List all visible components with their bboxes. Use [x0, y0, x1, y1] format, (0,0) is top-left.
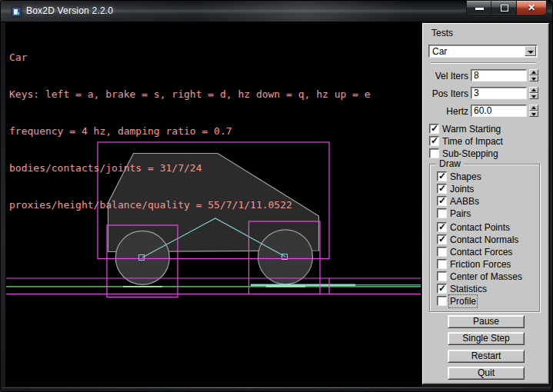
tests-dropdown-value: Car	[432, 46, 447, 57]
arrow-down-icon	[531, 113, 536, 116]
checkbox-box[interactable]	[437, 171, 447, 181]
chevron-down-icon	[528, 51, 534, 54]
vel-iters-up-button[interactable]	[529, 69, 538, 75]
checkbox-label: Contact Forces	[450, 247, 512, 257]
checkbox-label: Time of Impact	[442, 136, 503, 147]
pos-iters-label: Pos Iters	[423, 88, 468, 99]
control-panel: Tests Car Vel Iters Pos Iters Hertz	[422, 23, 549, 384]
hertz-down-button[interactable]	[529, 111, 538, 117]
window-bottom-edge	[2, 387, 551, 388]
checkbox-box[interactable]	[437, 296, 447, 306]
hertz-input[interactable]	[471, 105, 527, 117]
hertz-row: Hertz	[423, 105, 550, 117]
checkbox-box[interactable]	[429, 124, 439, 134]
overlay-line-keys: Keys: left = a, brake = s, right = d, hz…	[9, 88, 371, 101]
checkbox-box[interactable]	[437, 222, 447, 232]
overlay-line-bodies: bodies/contacts/joints = 31/7/24	[9, 162, 371, 174]
close-button[interactable]: ✕	[517, 1, 547, 15]
checkbox-label: Pairs	[450, 208, 471, 219]
checkbox-box[interactable]	[437, 234, 447, 244]
checkbox-label: Contact Points	[450, 222, 510, 233]
vel-iters-row: Vel Iters	[423, 69, 550, 81]
hertz-up-button[interactable]	[529, 105, 538, 111]
overlay-line-frequency: frequency = 4 hz, damping ratio = 0.7	[9, 125, 371, 138]
checkbox-label: AABBs	[450, 196, 479, 207]
window-title: Box2D Version 2.2.0	[26, 5, 113, 16]
vel-iters-input[interactable]	[471, 69, 527, 81]
separator	[431, 62, 536, 64]
checkbox-label: Joints	[450, 184, 474, 194]
arrow-down-icon	[531, 95, 536, 98]
pos-iters-row: Pos Iters	[423, 87, 550, 99]
overlay-line-proxies: proxies/height/balance/quality = 55/7/1/…	[9, 199, 371, 211]
minimize-button[interactable]	[466, 1, 491, 15]
close-icon: ✕	[517, 2, 546, 13]
pos-iters-down-button[interactable]	[529, 93, 538, 99]
pos-iters-input[interactable]	[471, 87, 527, 99]
pos-iters-spinner	[529, 87, 538, 99]
pos-iters-up-button[interactable]	[529, 87, 538, 93]
checkbox-label: Shapes	[450, 171, 481, 182]
checkbox-label: Profile	[450, 296, 476, 307]
arrow-up-icon	[531, 106, 536, 109]
quit-button[interactable]: Quit	[448, 367, 525, 380]
simulation-canvas[interactable]: Car Keys: left = a, brake = s, right = d…	[5, 22, 421, 387]
restart-button[interactable]: Restart	[448, 350, 525, 363]
checkbox-label: Statistics	[450, 284, 487, 294]
arrow-down-icon	[531, 78, 536, 81]
checkbox-label: Friction Forces	[450, 259, 511, 270]
right-wheel-shape	[258, 230, 313, 284]
checkbox-box[interactable]	[437, 184, 447, 194]
vel-iters-down-button[interactable]	[529, 75, 538, 81]
app-icon	[12, 7, 22, 17]
vel-iters-spinner	[529, 69, 538, 81]
checkbox-box[interactable]	[437, 247, 447, 257]
checkbox-label: Center of Masses	[450, 271, 522, 282]
checkbox-box[interactable]	[437, 196, 447, 206]
window-controls: ✕	[466, 1, 547, 15]
hertz-spinner	[529, 105, 538, 117]
overlay-line-test-name: Car	[9, 51, 371, 64]
single-step-button[interactable]: Single Step	[448, 332, 525, 345]
dropdown-arrow-button[interactable]	[525, 46, 536, 56]
checkbox-box[interactable]	[437, 284, 447, 294]
checkbox-box[interactable]	[429, 136, 439, 146]
draw-groupbox: Draw Shapes Joints AABBs Pairs Contact P…	[429, 164, 540, 312]
checkbox-box[interactable]	[437, 271, 447, 281]
checkbox-label: Contact Normals	[450, 234, 518, 245]
maximize-button[interactable]	[491, 1, 517, 15]
draw-group-title: Draw	[436, 158, 464, 169]
arrow-up-icon	[531, 88, 536, 91]
app-window: Box2D Version 2.2.0 ✕	[0, 0, 553, 392]
tests-dropdown[interactable]: Car	[428, 45, 538, 58]
arrow-up-icon	[531, 71, 536, 74]
checkbox-box[interactable]	[429, 148, 439, 158]
tests-label: Tests	[431, 28, 453, 38]
pause-button[interactable]: Pause	[448, 315, 525, 328]
checkbox-label: Sub-Stepping	[442, 148, 498, 159]
checkbox-box[interactable]	[437, 259, 447, 269]
minimize-icon	[475, 8, 484, 10]
hertz-label: Hertz	[423, 106, 468, 117]
vel-iters-label: Vel Iters	[423, 71, 468, 81]
maximize-icon	[501, 5, 508, 12]
checkbox-box[interactable]	[437, 208, 447, 218]
checkbox-label: Warm Starting	[442, 124, 501, 135]
debug-text-overlay: Car Keys: left = a, brake = s, right = d…	[9, 27, 371, 236]
